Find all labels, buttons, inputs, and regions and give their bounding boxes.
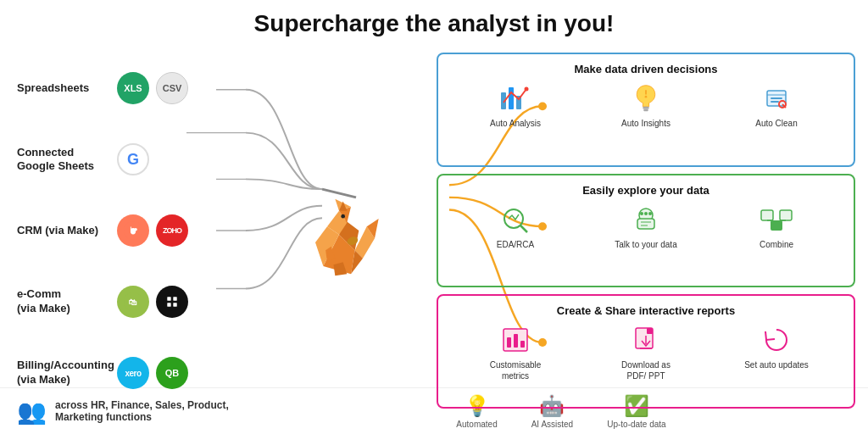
talk-data-icon [627,203,665,236]
combine-label: Combine [760,239,793,250]
eda-rca-label: EDA/RCA [497,239,534,250]
source-label-crm: CRM (via Make) [17,224,110,238]
svg-rect-64 [647,328,653,334]
svg-rect-37 [643,109,648,112]
svg-rect-60 [507,337,511,348]
svg-point-28 [341,214,345,219]
icon-qb: QB [156,357,188,389]
svg-rect-14 [167,297,170,300]
icon-xls: XLS [117,72,149,104]
svg-rect-36 [643,107,648,109]
svg-point-49 [644,212,648,215]
output-icons-row-decisions: Auto Analysis Auto Insights [450,82,842,129]
icon-zoho: ZOHO [156,214,188,247]
center-panel [254,44,424,417]
output-item-talk-data: Talk to your data [612,203,680,250]
box-title-decisions: Make data driven decisions [450,63,842,75]
output-item-auto-analysis: Auto Analysis [481,82,549,129]
icon-google: G [117,143,149,175]
svg-point-39 [645,96,648,98]
svg-rect-61 [514,334,518,348]
download-icon [627,324,665,356]
main-area: Spreadsheets XLS CSV ConnectedGoogle She… [0,44,868,417]
source-row-billing: Billing/Accounting(via Make) xero QB [17,351,246,395]
svg-point-10 [134,228,137,231]
svg-rect-16 [167,303,170,306]
svg-line-46 [520,225,527,232]
auto-analysis-label: Auto Analysis [490,118,541,129]
svg-point-50 [648,212,652,215]
auto-updates-icon [758,324,795,356]
automated-label: Automated [456,420,497,429]
svg-text:🛍: 🛍 [129,298,137,307]
icon-shopify: 🛍 [117,286,149,318]
svg-rect-33 [509,87,514,109]
svg-rect-56 [771,220,782,231]
output-box-reports: Create & Share interactive reports Custo… [437,294,855,409]
auto-insights-label: Auto Insights [621,118,670,129]
box-title-explore: Easily explore your data [450,184,842,197]
uptodate-label: Up-to-date data [607,420,666,429]
svg-rect-55 [780,210,792,220]
download-label: Download as PDF/ PPT [612,359,680,381]
icon-csv: CSV [156,72,188,104]
source-row-ecomm: e-Comm(via Make) 🛍 [17,280,246,324]
metrics-icon [497,324,534,356]
output-item-combine: Combine [743,203,810,250]
source-label-spreadsheets: Spreadsheets [17,81,110,96]
output-icons-row-reports: Customisable metrics Download as PDF/ PP… [450,324,842,381]
auto-clean-label: Auto Clean [755,118,797,129]
source-label-ecomm: e-Comm(via Make) [17,287,110,316]
svg-point-35 [525,87,529,92]
eda-rca-icon [497,203,534,236]
right-panel: Make data driven decisions Auto Analysis [424,44,868,417]
svg-rect-17 [173,303,176,306]
auto-analysis-icon [497,82,534,114]
svg-rect-42 [771,97,782,99]
auto-insights-icon [627,82,665,114]
source-label-billing: Billing/Accounting(via Make) [17,359,110,387]
output-item-auto-updates: Set auto updates [743,324,810,370]
output-box-explore: Easily explore your data EDA/RCA [437,174,855,288]
svg-point-45 [504,209,523,228]
left-panel: Spreadsheets XLS CSV ConnectedGoogle She… [0,44,254,417]
svg-rect-51 [637,219,654,229]
icon-hubspot [117,214,149,247]
talk-data-label: Talk to your data [615,239,676,250]
page-title: Supercharge the analyst in you! [0,0,868,44]
svg-rect-15 [173,297,176,300]
output-item-auto-insights: Auto Insights [612,82,680,129]
auto-clean-icon [758,82,795,114]
svg-point-48 [640,212,643,215]
svg-rect-54 [761,210,773,220]
source-row-google: ConnectedGoogle Sheets G [17,137,246,181]
ai-assisted-label: AI Assisted [531,420,573,429]
output-item-metrics: Customisable metrics [481,324,549,381]
svg-point-13 [163,292,181,311]
source-label-google: ConnectedGoogle Sheets [17,146,110,172]
svg-rect-62 [520,341,525,348]
auto-updates-label: Set auto updates [744,359,809,370]
output-item-eda-rca: EDA/RCA [481,203,549,250]
source-row-spreadsheets: Spreadsheets XLS CSV [17,66,246,110]
metrics-label: Customisable metrics [481,359,549,381]
combine-icon [758,203,795,236]
output-icons-row-explore: EDA/RCA Talk to you [450,203,842,250]
output-item-auto-clean: Auto Clean [743,82,810,129]
icon-squarespace [156,286,188,318]
output-box-decisions: Make data driven decisions Auto Analysis [437,53,855,167]
output-item-download: Download as PDF/ PPT [612,324,680,381]
box-title-reports: Create & Share interactive reports [450,304,842,317]
icon-xero: xero [117,357,149,389]
svg-rect-43 [771,101,779,103]
squirrel-icon [284,171,394,290]
source-row-crm: CRM (via Make) ZOHO [17,209,246,253]
